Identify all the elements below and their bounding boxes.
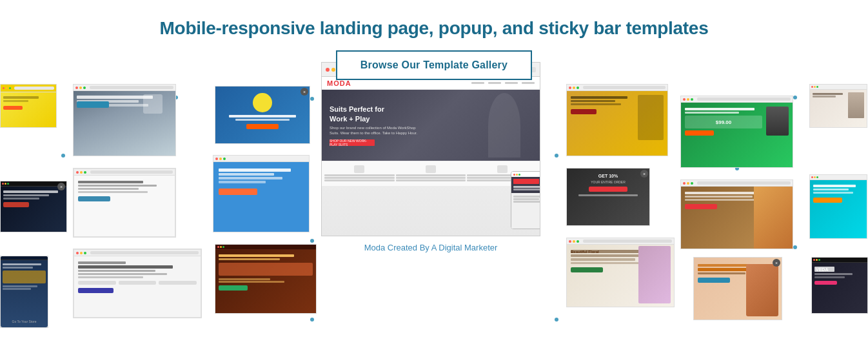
mobile-dot-r <box>513 174 515 176</box>
moda-feature-text-1c <box>324 179 395 181</box>
browse-gallery-button[interactable]: Browse Our Template Gallery <box>336 50 532 80</box>
moda-logo: MODA <box>327 79 351 87</box>
mobile-dot-g <box>518 174 520 176</box>
thumb-yellow-tools <box>0 84 57 128</box>
thumb-veda-dark: VEDA <box>811 257 868 314</box>
thumb-discount-popup: × GET 10% YOUR ENTIRE ORDER <box>566 168 650 226</box>
moda-feature-text-2c <box>396 179 466 181</box>
moda-feature-1 <box>324 165 395 182</box>
thumb-white-photo <box>809 84 867 128</box>
nav-item-4 <box>522 82 535 84</box>
main-caption: Moda Created By A Digital Marketer <box>321 241 540 253</box>
thumb-cityscape: × <box>0 181 67 232</box>
mobile-preview-content <box>511 177 540 229</box>
dot-1 <box>61 154 65 158</box>
thumb-blue-popup: × <box>215 86 310 144</box>
dot-7 <box>555 154 558 158</box>
dot-10 <box>793 245 797 249</box>
main-preview-inner: MODA Suits Perfect forWork + Play Shop o… <box>322 63 540 236</box>
moda-feature-text-2b <box>396 177 466 179</box>
dot-6 <box>555 318 558 322</box>
moda-feature-text-1a <box>324 174 395 176</box>
moda-feature-text-1b <box>324 177 395 179</box>
page-headline: Mobile-responsive landing page, popup, a… <box>0 0 868 39</box>
mobile-browser-bar <box>511 172 540 177</box>
mobile-preview <box>511 171 540 229</box>
thumb-food-photo <box>680 179 793 249</box>
dot-4 <box>310 239 314 243</box>
moda-cta-btn: SHOP OUR NEW WORK-PLAY SUITS <box>330 139 375 146</box>
thumb-mobile-app: Go To Your Store <box>0 256 48 328</box>
nav-item-3 <box>505 82 518 84</box>
page-wrapper: Mobile-responsive landing page, popup, a… <box>0 0 868 337</box>
moda-feature-text-2a <box>396 174 466 176</box>
moda-feature-icon-1 <box>354 165 364 173</box>
dot-5 <box>310 318 314 322</box>
close-badge-cityscape: × <box>57 183 65 190</box>
main-preview: MODA Suits Perfect forWork + Play Shop o… <box>321 62 540 236</box>
mobile-dot-y <box>516 174 518 176</box>
moda-hero: Suits Perfect forWork + Play Shop our br… <box>322 90 540 161</box>
thumb-magazine: $99.00 <box>680 96 793 168</box>
close-badge-blue: × <box>301 88 308 96</box>
thumb-floral: Beautiful Floral <box>566 238 675 307</box>
thumb-glass-building <box>73 84 176 156</box>
caption-text: Moda Created By A Digital Marketer <box>364 243 498 252</box>
cta-container: Browse Our Template Gallery <box>0 50 868 80</box>
thumb-simple-landing <box>73 168 176 238</box>
close-badge-backpack: × <box>773 259 780 267</box>
moda-features <box>322 161 540 186</box>
nav-item-1 <box>471 82 484 84</box>
thumb-food-promo <box>215 244 317 314</box>
thumb-landing-bottom <box>73 249 202 318</box>
dot-3 <box>310 97 314 101</box>
nav-item-2 <box>488 82 501 84</box>
close-badge-discount: × <box>640 170 648 178</box>
moda-feature-icon-3 <box>497 165 508 173</box>
moda-feature-2 <box>396 165 466 182</box>
moda-feature-icon-2 <box>426 165 436 173</box>
thumb-backpack: × <box>693 257 782 320</box>
thumb-help-teal <box>809 174 867 239</box>
thumb-fitness <box>566 84 668 156</box>
dot-11 <box>793 96 797 99</box>
moda-nav <box>471 82 535 84</box>
thumb-cool-statement <box>213 155 310 232</box>
